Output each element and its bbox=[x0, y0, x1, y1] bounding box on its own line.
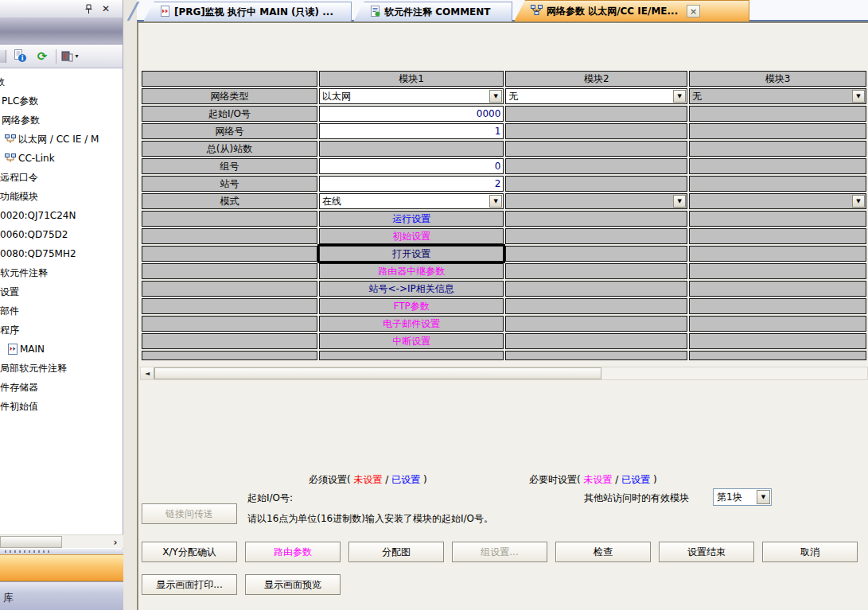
email-setting-link[interactable]: 电子邮件设置 bbox=[319, 316, 504, 332]
nav-horizontal-scrollbar[interactable]: › bbox=[0, 534, 123, 548]
tree-item-parameter[interactable]: 数 bbox=[0, 72, 123, 91]
initial-setting-link[interactable]: 初始设置 bbox=[319, 228, 504, 244]
row-total-stations: 总(从)站数 bbox=[142, 141, 866, 157]
group-setting-button[interactable]: 组设置... bbox=[452, 542, 547, 562]
table-horizontal-scrollbar[interactable]: ◄ bbox=[140, 367, 868, 380]
print-window-button[interactable]: 显示画面打印... bbox=[142, 574, 237, 595]
network-type-module3-dropdown[interactable]: 无▼ bbox=[689, 88, 866, 104]
table-scrollbar-thumb[interactable] bbox=[154, 367, 601, 379]
network-param-icon bbox=[531, 5, 543, 17]
mode-module3-dropdown[interactable]: ▼ bbox=[689, 193, 866, 209]
network-no-module2-cell bbox=[505, 123, 687, 139]
required-set-label: 已设置 bbox=[391, 474, 420, 485]
header-module1: 模块1 bbox=[319, 71, 504, 87]
print-preview-button[interactable]: 显示画面预览 bbox=[245, 574, 341, 595]
tree-item-network-parameter[interactable]: 网络参数 bbox=[0, 111, 123, 130]
tree-item-program[interactable]: 程序 bbox=[0, 321, 123, 340]
tree-item-global-comment[interactable]: 软元件注释 bbox=[0, 263, 123, 282]
tree-item-module-0020[interactable]: 0020:QJ71C24N bbox=[0, 206, 123, 225]
start-io-module3-cell bbox=[689, 106, 866, 122]
chevron-down-icon[interactable]: ▼ bbox=[852, 90, 865, 103]
header-blank bbox=[142, 71, 317, 87]
tree-item-device-memory[interactable]: 件存储器 bbox=[0, 378, 123, 397]
routing-parameter-button[interactable]: 路由参数 bbox=[245, 542, 341, 562]
cancel-button[interactable]: 取消 bbox=[762, 542, 858, 562]
nav-splitter[interactable] bbox=[0, 549, 123, 554]
tree-item-intelligent-module[interactable]: 功能模块 bbox=[0, 187, 123, 206]
tree-item-ethernet-ccie[interactable]: 以太网 / CC IE / M bbox=[0, 130, 123, 149]
pin-icon[interactable] bbox=[83, 3, 94, 14]
station-ip-link[interactable]: 站号<->IP相关信息 bbox=[319, 281, 504, 297]
mode-module2-dropdown[interactable]: ▼ bbox=[505, 193, 687, 209]
row-label: 模式 bbox=[142, 193, 317, 209]
tree-item-cclink[interactable]: CC-Link bbox=[0, 149, 123, 168]
chevron-down-icon[interactable]: ▼ bbox=[489, 195, 502, 208]
network-no-module1-input[interactable]: 1 bbox=[319, 123, 504, 139]
row-label: 网络号 bbox=[142, 123, 317, 139]
interlink-transfer-button[interactable]: 链接间传送 bbox=[142, 503, 237, 524]
nav-view-button-project[interactable] bbox=[0, 554, 123, 581]
tree-item-program-setting[interactable]: 设置 bbox=[0, 282, 123, 301]
group-no-module2-cell bbox=[505, 158, 687, 174]
nav-view-button-library[interactable]: 库 bbox=[0, 581, 123, 610]
xy-assignment-button[interactable]: X/Y分配确认 bbox=[142, 542, 237, 562]
tree-item-local-comment[interactable]: 局部软元件注释 bbox=[0, 359, 123, 378]
row-ftp: FTP参数 bbox=[142, 298, 866, 314]
ftp-parameter-link[interactable]: FTP参数 bbox=[319, 298, 504, 314]
navigation-titlebar: ✕ bbox=[0, 0, 123, 17]
start-io-module1-input[interactable]: 0000 bbox=[319, 106, 504, 122]
end-setting-button[interactable]: 设置结束 bbox=[659, 542, 754, 562]
mode-module1-dropdown[interactable]: 在线▼ bbox=[319, 193, 504, 209]
table-scroll-left-arrow[interactable]: ◄ bbox=[141, 367, 154, 379]
tree-item-device-initial[interactable]: 件初始值 bbox=[0, 397, 123, 416]
router-relay-link[interactable]: 路由器中继参数 bbox=[319, 263, 504, 279]
panel-gap bbox=[123, 0, 137, 610]
tree-item-module-0060[interactable]: 0060:QD75D2 bbox=[0, 225, 123, 244]
nav-scrollbar-thumb[interactable] bbox=[0, 536, 62, 548]
assignment-image-button[interactable]: 分配图 bbox=[348, 542, 444, 562]
row-network-type: 网络类型 以太网▼ 无▼ 无▼ bbox=[142, 88, 866, 104]
tree-item-plc-parameter[interactable]: PLC参数 bbox=[0, 91, 123, 111]
row-label: 起始I/O号 bbox=[142, 106, 317, 122]
group-no-module1-input[interactable]: 0 bbox=[319, 158, 504, 174]
interrupt-setting-link[interactable]: 中断设置 bbox=[319, 333, 504, 349]
network-type-module2-dropdown[interactable]: 无▼ bbox=[505, 88, 687, 104]
tree-item-module-0080[interactable]: 0080:QD75MH2 bbox=[0, 244, 123, 263]
chevron-down-icon[interactable]: ▼ bbox=[757, 490, 770, 504]
required-setting-legend: 必须设置( 未设置 / 已设置 ) bbox=[309, 473, 427, 487]
tree-item-pou[interactable]: 部件 bbox=[0, 301, 123, 321]
close-icon[interactable]: ✕ bbox=[100, 3, 111, 14]
row-empty bbox=[142, 351, 866, 360]
chevron-down-icon[interactable]: ▼ bbox=[852, 195, 865, 208]
operation-setting-link[interactable]: 运行设置 bbox=[319, 211, 504, 227]
group-no-module3-cell bbox=[689, 158, 866, 174]
tab-close-icon[interactable]: × bbox=[687, 5, 700, 17]
row-label: 总(从)站数 bbox=[142, 141, 317, 157]
chevron-down-icon[interactable]: ▼ bbox=[673, 195, 686, 208]
row-open-setting: 打开设置 bbox=[142, 246, 866, 262]
network-icon bbox=[5, 134, 16, 144]
tab-network-parameter[interactable]: 网络参数 以太网/CC IE/ME... × bbox=[514, 0, 749, 21]
module-filter-icon[interactable]: ▾ bbox=[61, 49, 79, 64]
refresh-icon[interactable]: ⟳ bbox=[33, 49, 51, 64]
tree-item-main[interactable]: MAIN bbox=[0, 340, 123, 359]
toolbar-separator bbox=[56, 49, 56, 64]
tab-prg-monitor[interactable]: [PRG]监视 执行中 MAIN (只读) ... bbox=[143, 2, 352, 21]
doc-info-icon[interactable]: i bbox=[11, 49, 29, 64]
tab-label: [PRG]监视 执行中 MAIN (只读) ... bbox=[174, 6, 333, 19]
tab-label: 软元件注释 COMMENT bbox=[384, 6, 491, 19]
nav-scroll-right-arrow[interactable]: › bbox=[107, 535, 123, 549]
station-no-module3-cell bbox=[689, 176, 866, 192]
network-type-module1-dropdown[interactable]: 以太网▼ bbox=[319, 88, 504, 104]
chevron-down-icon[interactable]: ▼ bbox=[489, 90, 502, 103]
program-icon bbox=[8, 344, 18, 355]
tree-item-remote-password[interactable]: 远程口令 bbox=[0, 168, 123, 187]
chevron-down-icon[interactable]: ▼ bbox=[673, 90, 686, 103]
row-label: 网络类型 bbox=[142, 88, 317, 104]
station-no-module1-input[interactable]: 2 bbox=[319, 176, 504, 192]
open-setting-link[interactable]: 打开设置 bbox=[319, 246, 504, 262]
valid-module-select[interactable]: 第1块 ▼ bbox=[713, 488, 772, 506]
tab-device-comment[interactable]: 软元件注释 COMMENT bbox=[353, 2, 512, 21]
valid-module-label: 其他站访问时的有效模块 bbox=[584, 491, 689, 505]
check-button[interactable]: 检查 bbox=[555, 542, 651, 562]
